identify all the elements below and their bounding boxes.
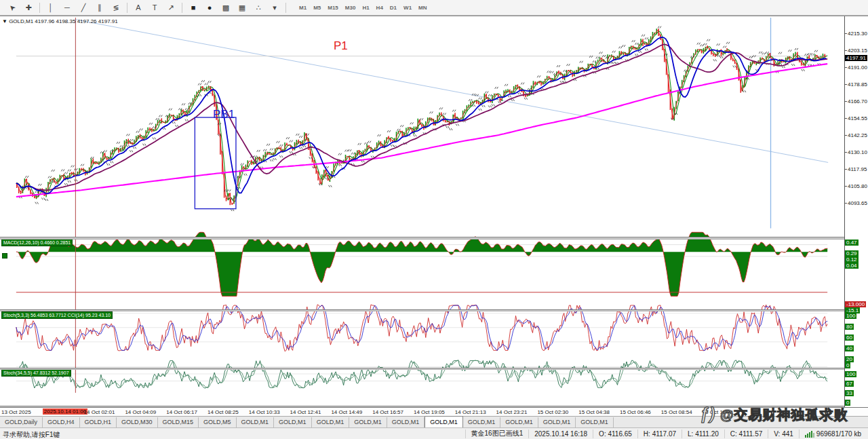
fibonacci-icon[interactable]: ≶	[108, 1, 124, 14]
chart-tab-12[interactable]: GOLD,M1	[463, 417, 501, 427]
ellipse-icon[interactable]: ●	[201, 1, 218, 14]
indicator-value-chip: 0.47	[845, 240, 859, 246]
price-axis-label: 4154.55	[848, 115, 867, 121]
time-axis-label: 15 Oct 02:30	[537, 409, 568, 415]
chart-tab-7[interactable]: GOLD,M1	[274, 417, 312, 427]
time-axis-label: 14 Oct 19:05	[414, 409, 445, 415]
indicator-value-chip: 60	[845, 335, 854, 341]
ma-fast-blue	[16, 37, 826, 194]
timeframe-m15[interactable]: M15	[324, 3, 342, 13]
chart-tab-3[interactable]: GOLD,M30	[117, 417, 158, 427]
price-axis-label: 4178.85	[848, 81, 867, 88]
more-shapes-icon[interactable]: ∴	[250, 1, 267, 14]
time-axis-label: 14 Oct 21:13	[455, 409, 486, 415]
text-label-icon[interactable]: T	[146, 1, 163, 14]
grid-icon[interactable]: ▦	[234, 1, 250, 14]
status-segment: O: 4116.65	[593, 430, 637, 438]
time-axis-label: 14 Oct 02:01	[84, 409, 115, 415]
timeframe-h1[interactable]: H1	[359, 3, 372, 13]
chart-tab-14[interactable]: GOLD,M1	[538, 417, 576, 427]
chart-tab-13[interactable]: GOLD,M1	[500, 417, 538, 427]
indicator-value-chip: 0.04	[845, 263, 859, 269]
watermark-logo: ƒ)	[700, 404, 715, 423]
timeframe-m5[interactable]: M5	[310, 3, 324, 13]
chart-tab-2[interactable]: GOLD,H1	[80, 417, 117, 427]
pattern-icon[interactable]: ▩	[218, 1, 234, 14]
macd-indicator-label: MACD(12,26,10) 0.4660 0.2851	[1, 239, 73, 246]
status-segment: 2025.10.14 16:18	[528, 430, 593, 438]
price-axis-label: 4191.00	[848, 64, 867, 71]
ma-slow-magenta	[16, 64, 827, 197]
traffic-bars-icon	[805, 430, 814, 438]
candles-up	[22, 28, 823, 204]
price-axis-label: 4142.25	[848, 132, 867, 138]
chart-tab-4[interactable]: GOLD,M15	[158, 417, 199, 427]
axis-tick	[845, 101, 847, 102]
oscillator3-label: Stoch(34,5,5) 47.8312 52.1907	[1, 369, 71, 377]
timeframe-group: M1M5M15M30H1H4D1W1MN	[296, 3, 431, 13]
status-segment: L: 4111.20	[682, 430, 724, 438]
rectangle-icon[interactable]: ■	[185, 1, 201, 14]
toolbar-separator	[39, 3, 40, 13]
oscillator2-label: Stoch(5,3,3) 56.4853 63.7712 CCI(14) 95.…	[1, 311, 113, 319]
timeframe-m1[interactable]: M1	[296, 3, 310, 13]
dropdown-caret-icon[interactable]: ▾	[267, 1, 283, 14]
axis-tick	[845, 186, 847, 187]
annotation-pb1[interactable]: PB1	[213, 108, 235, 121]
chart-tab-10[interactable]: GOLD,M1	[387, 417, 425, 427]
horizontal-line-icon[interactable]: ─	[59, 1, 75, 14]
axis-tick	[845, 84, 847, 85]
timeframe-m30[interactable]: M30	[342, 3, 359, 13]
mt4-window: ➤✚│─╱∥≶AT↗■●▩▦∴▾ M1M5M15M30H1H4D1W1MN ▼ …	[0, 0, 868, 439]
chart-tab-6[interactable]: GOLD,M1	[237, 417, 275, 427]
panel-separator[interactable]	[0, 309, 868, 311]
panel-separator[interactable]	[0, 237, 868, 240]
status-segment: V: 441	[768, 430, 799, 438]
indicator-value-chip: 33	[845, 390, 854, 396]
text-icon[interactable]: A	[130, 1, 146, 14]
indicator-value-chip: 100	[845, 371, 856, 377]
chart-tab-5[interactable]: GOLD,M5	[199, 417, 237, 427]
time-axis-label: 15 Oct 08:54	[661, 409, 692, 415]
axis-tick	[845, 67, 847, 68]
trend-line-icon[interactable]: ╱	[75, 1, 92, 14]
chart-tab-9[interactable]: GOLD,M1	[349, 417, 387, 427]
chart-canvas[interactable]	[0, 16, 844, 408]
axis-tick	[845, 169, 847, 170]
price-axis-label: 4215.30	[848, 31, 867, 37]
panel-separator[interactable]	[0, 368, 868, 370]
price-axis-label: 4166.70	[848, 98, 867, 104]
chart-tab-0[interactable]: GOLD,Daily	[0, 417, 43, 427]
macd-signal-square	[2, 253, 7, 259]
time-axis-label: 14 Oct 10:33	[249, 409, 280, 415]
chart-tab-1[interactable]: GOLD,H4	[43, 417, 80, 427]
axis-tick	[845, 33, 847, 34]
price-axis-label: 4117.95	[848, 166, 867, 172]
toolbar-separator	[127, 3, 127, 13]
chart-tab-11[interactable]: GOLD,M1	[425, 416, 463, 427]
timeframe-h4[interactable]: H4	[373, 3, 387, 13]
vertical-line-icon[interactable]: │	[43, 1, 59, 14]
price-axis-label: 4203.15	[848, 47, 867, 54]
timeframe-w1[interactable]: W1	[400, 3, 415, 13]
time-axis-label: 14 Oct 06:17	[166, 409, 197, 415]
arrow-tool-icon[interactable]: ↗	[163, 1, 179, 14]
chart-tab-8[interactable]: GOLD,M1	[312, 417, 350, 427]
channel-icon[interactable]: ∥	[92, 1, 108, 14]
timeframe-mn[interactable]: MN	[415, 3, 430, 13]
time-axis-label: 13 Oct 2025	[1, 409, 31, 415]
annotation-p1[interactable]: P1	[334, 39, 348, 53]
indicator-value-chip: 67	[845, 381, 854, 387]
price-axis-label: 4093.65	[848, 200, 867, 206]
chart-region: ▼ GOLD,M1 4197.96 4198.35 4197.26 4197.9…	[0, 16, 868, 407]
indicator-value-chip: 100	[845, 313, 856, 319]
status-help-text: 寻求帮助,请按F1键	[3, 430, 60, 439]
axis-tick	[845, 152, 847, 153]
chart-tab-15[interactable]: GOLD,M1	[576, 417, 614, 427]
timeframe-d1[interactable]: D1	[387, 3, 400, 13]
trendline[interactable]	[75, 20, 828, 163]
toolbar-separator	[182, 3, 182, 13]
crosshair-icon[interactable]: ✚	[20, 1, 37, 14]
price-scale[interactable]: 4215.304203.154191.004178.854166.704154.…	[844, 16, 868, 408]
toolbar: ➤✚│─╱∥≶AT↗■●▩▦∴▾ M1M5M15M30H1H4D1W1MN	[0, 0, 868, 16]
